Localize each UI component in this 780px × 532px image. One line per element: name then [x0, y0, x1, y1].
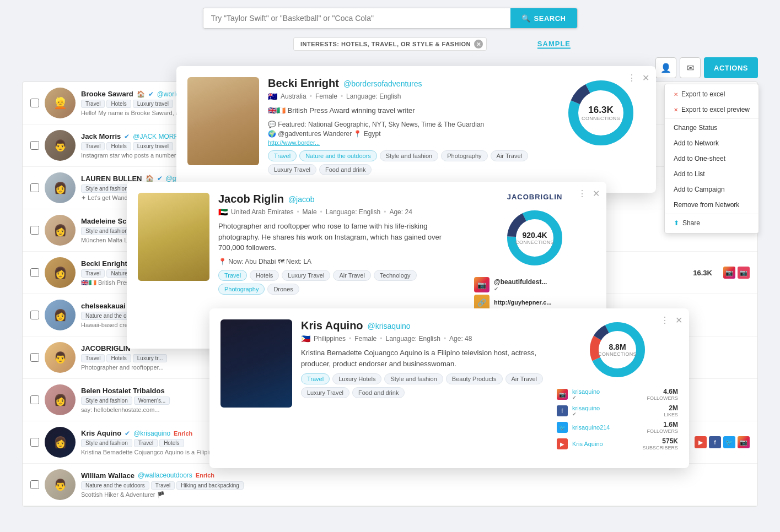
country-flag: 🇦🇺: [268, 92, 277, 101]
remove-network-menu-item[interactable]: Remove from Network: [665, 197, 759, 213]
kris-ig-num: 4.6M: [647, 388, 678, 395]
overlay-header: Becki Enright @bordersofadventures 🇦🇺 Au…: [187, 77, 645, 175]
avatar: 👩: [45, 384, 76, 415]
verified-icon: ✔: [125, 430, 130, 437]
profile-overlay-kris: ⋮ ✕ Kris Aquino @krisaquino 🇵🇭 Philippin…: [209, 308, 689, 468]
overlay-more-button[interactable]: ⋮: [578, 188, 587, 199]
avatar: 👩: [45, 427, 76, 458]
enrich-link[interactable]: Enrich: [174, 430, 192, 437]
overlay-right-chart: 16.3K CONNECTIONS: [557, 77, 645, 149]
influencer-handle[interactable]: @wallaceoutdoors: [138, 471, 192, 479]
change-status-menu-item[interactable]: Change Status: [665, 120, 759, 135]
country-flag: 🇦🇪: [218, 208, 228, 216]
row-checkbox[interactable]: [30, 311, 39, 319]
avatar-face: [187, 77, 259, 165]
overlay-tag: Style and fashion: [384, 373, 443, 384]
influencer-info: William Wallace @wallaceoutdoors Enrich …: [81, 471, 750, 498]
connections-number: 16.3K: [582, 105, 620, 116]
filter-bar: INTERESTS: HOTELS, TRAVEL, OR STYLE & FA…: [0, 37, 780, 51]
tag: Travel: [81, 142, 105, 150]
kris-stat-fb: f krisaquino ✔ 2M LIKES: [557, 404, 678, 417]
overlay-handle[interactable]: @krisaquino: [368, 322, 411, 330]
influencer-name: JACOBRIGLIN: [81, 344, 131, 352]
search-input[interactable]: [203, 8, 511, 28]
overlay-name: Becki Enright: [268, 77, 339, 90]
export-excel-preview-menu-item[interactable]: ✕ Export to excel preview: [665, 102, 759, 117]
kris-fb-verified: ✔: [572, 411, 659, 417]
x-icon-1: ✕: [674, 91, 678, 97]
row-checkbox[interactable]: [30, 480, 39, 489]
overlay-tag: Style and fashion: [380, 150, 438, 161]
row-checkbox[interactable]: [30, 438, 39, 447]
overlay-featured: 💬 Featured: National Geographic, NYT, Sk…: [268, 121, 548, 128]
kris-stat-tw: 🐦 krisaquino214 1.6M FOLLOWERS: [557, 421, 678, 434]
overlay-handle[interactable]: @jacob: [288, 195, 315, 204]
row-checkbox[interactable]: [30, 353, 39, 362]
overlay-tags: Travel Hotels Luxury Travel Air Travel T…: [218, 270, 465, 295]
row-checkbox[interactable]: [30, 268, 39, 277]
overlay-tag: Travel: [301, 373, 330, 384]
donut-label: 920.4K CONNECTIONS: [515, 231, 554, 245]
tag: Travel: [134, 439, 158, 447]
overlay-tag: Photography: [218, 284, 265, 295]
country-flag: 🇵🇭: [301, 334, 310, 343]
tag: Nature and the outdoors: [81, 481, 149, 490]
influencer-handle[interactable]: @krisaquino: [133, 430, 170, 437]
overlay-tags: Travel Nature and the outdoors Style and…: [268, 150, 548, 175]
add-onesheet-menu-item[interactable]: Add to One-sheet: [665, 151, 759, 166]
row-checkbox[interactable]: [30, 183, 39, 192]
overlay-tag: Luxury Travel: [282, 270, 330, 281]
connections-donut: 16.3K CONNECTIONS: [565, 77, 637, 149]
overlay-tag: Air Travel: [491, 150, 528, 161]
gender: Female: [354, 335, 376, 343]
language: Language: English: [385, 335, 440, 343]
tag: Style and fashion: [81, 184, 132, 193]
overlay-tag: Nature and the outdoors: [299, 150, 377, 161]
overlay-close-button[interactable]: ✕: [593, 188, 600, 199]
menu-divider-2: [665, 214, 759, 214]
overlay-close-button[interactable]: ✕: [675, 315, 682, 325]
profile-icon-button[interactable]: 👤: [655, 57, 676, 78]
overlay-tag: Travel: [268, 150, 297, 161]
actions-button[interactable]: ACTIONS: [704, 57, 758, 78]
row-checkbox[interactable]: [30, 99, 39, 107]
country-name: United Arab Emirates: [231, 208, 293, 216]
row-checkbox[interactable]: [30, 226, 39, 235]
connections-donut: 8.8M CONNECTIONS: [587, 319, 648, 380]
menu-divider-1: [665, 118, 759, 119]
table-row[interactable]: 👨 William Wallace @wallaceoutdoors Enric…: [23, 464, 757, 506]
overlay-close-button[interactable]: ✕: [642, 73, 649, 83]
search-button[interactable]: 🔍 SEARCH: [510, 8, 577, 28]
add-network-menu-item[interactable]: Add to Network: [665, 135, 759, 151]
twitter-icon: 🐦: [723, 436, 735, 448]
website-link[interactable]: http://www.border...: [268, 139, 320, 146]
filter-tag-close[interactable]: ✕: [474, 40, 483, 48]
avatar: 👩: [45, 215, 76, 246]
overlay-avatar: [220, 319, 292, 408]
social-stat-row: 🔗 http://guyhepner.c...: [474, 295, 595, 310]
share-menu-item[interactable]: ⬆ Share: [665, 215, 759, 231]
social-icons: ▶ f 🐦 📷: [695, 436, 750, 448]
add-campaign-menu-item[interactable]: Add to Campaign: [665, 182, 759, 197]
verified-sub: ✔: [494, 286, 547, 292]
tag: Travel: [151, 481, 175, 490]
instagram-icon: 📷: [557, 389, 568, 400]
overlay-tag: Luxury Travel: [301, 387, 349, 398]
mail-button[interactable]: ✉: [680, 57, 701, 78]
enrich-link[interactable]: Enrich: [196, 472, 214, 479]
overlay-name: Jacob Riglin: [218, 193, 284, 205]
donut-label: 16.3K CONNECTIONS: [582, 105, 620, 121]
x-icon-2: ✕: [674, 107, 678, 113]
overlay-more-button[interactable]: ⋮: [660, 315, 669, 325]
overlay-handle[interactable]: @bordersofadventures: [343, 79, 422, 88]
profile-overlay-becki: ⋮ ✕ Becki Enright @bordersofadventures 🇦…: [176, 66, 656, 193]
add-list-menu-item[interactable]: Add to List: [665, 166, 759, 182]
export-excel-menu-item[interactable]: ✕ Export to excel: [665, 86, 759, 102]
row-checkbox[interactable]: [30, 141, 39, 150]
row-checkbox[interactable]: [30, 395, 39, 404]
kris-yt-handle: Kris Aquino: [572, 441, 638, 447]
influencer-name: Brooke Saward: [81, 90, 133, 98]
influencer-name: William Wallace: [81, 471, 135, 480]
kris-fb-label: LIKES: [664, 412, 678, 417]
overlay-tag: Air Travel: [333, 270, 370, 281]
